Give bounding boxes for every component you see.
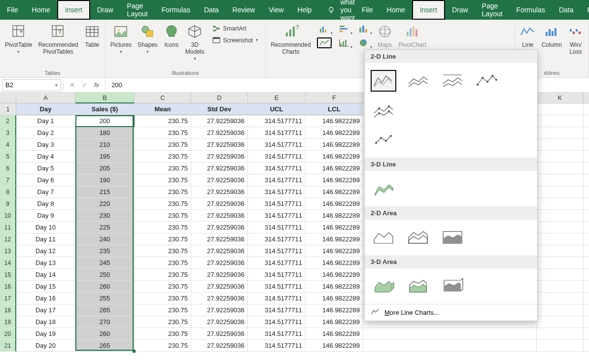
row-header-2[interactable]: 2: [0, 115, 16, 127]
col-header-A[interactable]: A: [16, 93, 75, 103]
cell[interactable]: 146.9822289: [306, 316, 363, 328]
menu-formulas[interactable]: Formulas: [155, 0, 197, 20]
cell[interactable]: 27.92259036: [191, 316, 248, 328]
cell[interactable]: 260: [75, 281, 135, 293]
3d-models-button[interactable]: 3D Models ▾: [185, 22, 205, 61]
menu-insert[interactable]: Insert: [57, 0, 90, 20]
cell[interactable]: [537, 151, 584, 163]
cell[interactable]: 146.9822289: [306, 210, 363, 222]
cell[interactable]: 230.75: [135, 139, 191, 151]
cell[interactable]: [537, 163, 584, 174]
table-button[interactable]: Table: [84, 22, 100, 48]
cell[interactable]: 230.75: [135, 151, 191, 163]
insert-area-chart-button[interactable]: ▾: [337, 37, 351, 48]
cell[interactable]: Day 6: [16, 174, 75, 186]
cell[interactable]: [584, 245, 589, 257]
cell[interactable]: 146.9822289: [306, 163, 363, 174]
menu-data[interactable]: Data: [552, 0, 581, 20]
row-header-7[interactable]: 7: [0, 174, 16, 186]
col-header-D[interactable]: D: [191, 93, 248, 103]
menu-insert[interactable]: Insert: [412, 0, 445, 20]
cell[interactable]: 230.75: [135, 269, 191, 281]
row-header-9[interactable]: 9: [0, 198, 16, 210]
col-header-E[interactable]: E: [248, 93, 306, 103]
stacked-area-chart-option[interactable]: [405, 227, 431, 248]
cell[interactable]: 314.5177711: [248, 163, 306, 174]
cell[interactable]: 255: [75, 293, 135, 304]
3d-line-chart-option[interactable]: [371, 178, 396, 199]
cell[interactable]: 27.92259036: [191, 174, 248, 186]
sparkline-line-button[interactable]: Line: [520, 22, 536, 48]
row-header-21[interactable]: 21: [0, 340, 16, 352]
cell[interactable]: 205: [75, 163, 135, 174]
cell[interactable]: [584, 316, 589, 328]
cell[interactable]: 27.92259036: [191, 328, 248, 340]
cell[interactable]: 240: [75, 233, 135, 245]
cell[interactable]: 146.9822289: [306, 304, 363, 316]
more-line-charts-button[interactable]: More Line Charts...: [365, 304, 537, 321]
cell[interactable]: [537, 139, 584, 151]
cell[interactable]: 195: [75, 151, 135, 163]
cell[interactable]: 27.92259036: [191, 233, 248, 245]
cell[interactable]: 146.9822289: [306, 186, 363, 198]
cell[interactable]: Day 1: [16, 115, 75, 127]
cell[interactable]: Day 16: [16, 293, 75, 304]
menu-page-layout[interactable]: Page Layout: [475, 0, 510, 20]
cell[interactable]: 146.9822289: [306, 127, 363, 139]
cell[interactable]: Day 19: [16, 328, 75, 340]
menu-file[interactable]: File: [0, 0, 25, 20]
stacked-line-markers-chart-option[interactable]: [371, 100, 396, 122]
cell[interactable]: Day 14: [16, 269, 75, 281]
menu-data[interactable]: Data: [197, 0, 226, 20]
cell[interactable]: 27.92259036: [191, 186, 248, 198]
cell[interactable]: [537, 222, 584, 233]
row-header-16[interactable]: 16: [0, 281, 16, 293]
line-markers-chart-option[interactable]: [474, 70, 500, 92]
cell[interactable]: 27.92259036: [191, 127, 248, 139]
cell[interactable]: [537, 269, 584, 281]
recommended-pivottables-button[interactable]: ? Recommended PivotTables: [38, 22, 78, 55]
menu-file[interactable]: File: [355, 0, 380, 20]
cell[interactable]: [584, 233, 589, 245]
cell[interactable]: 265: [75, 340, 135, 352]
cell[interactable]: Day 15: [16, 281, 75, 293]
100-stacked-line-markers-option[interactable]: [371, 129, 396, 151]
cell[interactable]: 27.92259036: [191, 151, 248, 163]
cell[interactable]: Day 11: [16, 233, 75, 245]
row-header-19[interactable]: 19: [0, 316, 16, 328]
cell[interactable]: 270: [75, 316, 135, 328]
cell[interactable]: [584, 174, 589, 186]
row-header-18[interactable]: 18: [0, 304, 16, 316]
insert-pie-chart-button[interactable]: ▾: [356, 37, 371, 48]
cell[interactable]: 230.75: [135, 257, 191, 269]
fx-icon[interactable]: fx: [94, 81, 99, 89]
cell[interactable]: 314.5177711: [248, 269, 306, 281]
cell[interactable]: [537, 316, 584, 328]
cell[interactable]: 260: [75, 328, 135, 340]
menu-page-layout[interactable]: Page Layout: [120, 0, 155, 20]
col-header-C[interactable]: C: [135, 93, 191, 103]
cell[interactable]: 230.75: [135, 174, 191, 186]
100-stacked-area-chart-option[interactable]: [440, 227, 465, 248]
cell[interactable]: 230: [75, 210, 135, 222]
recommended-charts-button[interactable]: ? Recommended Charts: [271, 22, 311, 55]
cell[interactable]: 314.5177711: [248, 127, 306, 139]
row-header-14[interactable]: 14: [0, 257, 16, 269]
col-header-L[interactable]: L: [584, 93, 589, 103]
pivotchart-button[interactable]: PivotChart: [399, 22, 426, 48]
cell[interactable]: [363, 340, 537, 352]
cell[interactable]: Day 13: [16, 257, 75, 269]
cell[interactable]: Day 3: [16, 139, 75, 151]
cell[interactable]: [537, 127, 584, 139]
cell[interactable]: 146.9822289: [306, 233, 363, 245]
screenshot-button[interactable]: Screenshot ▾: [210, 35, 261, 45]
col-header-B[interactable]: B: [75, 93, 135, 103]
cell[interactable]: 27.92259036: [191, 340, 248, 352]
cell[interactable]: [584, 163, 589, 174]
sparkline-column-button[interactable]: Column: [542, 22, 562, 48]
icons-button[interactable]: Icons: [164, 22, 179, 48]
cancel-formula-icon[interactable]: ✕: [69, 81, 75, 89]
cell[interactable]: [537, 245, 584, 257]
cell[interactable]: [584, 257, 589, 269]
100-stacked-line-chart-option[interactable]: [440, 70, 465, 92]
